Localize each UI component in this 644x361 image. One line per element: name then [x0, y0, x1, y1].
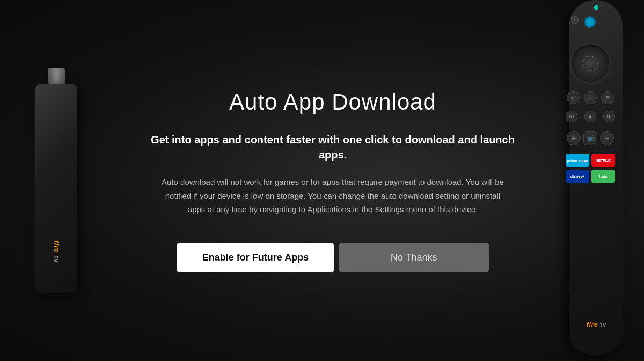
- remote-nav-row: ↩ ⌂ ☰: [567, 91, 614, 104]
- remote-home-button: ⌂: [584, 91, 597, 104]
- remote-playback-row: ⏮ ▶ ⏭: [566, 111, 615, 122]
- remote-dpad-center: [583, 56, 598, 71]
- remote-fast-forward-button: ⏭: [603, 111, 615, 122]
- remote-disney-button: disney+: [566, 170, 589, 183]
- remote-brand-label: fire tv: [587, 321, 606, 328]
- remote-back-button: ↩: [567, 91, 580, 104]
- page-subtitle: Get into apps and content faster with on…: [150, 132, 515, 162]
- no-thanks-button[interactable]: No Thanks: [339, 243, 489, 272]
- main-content: Auto App Download Get into apps and cont…: [107, 0, 558, 361]
- remote-dpad: [570, 43, 611, 84]
- stick-logo: fire tv: [53, 240, 61, 263]
- remote-streaming-row-1: prime video NETFLIX: [566, 154, 615, 167]
- stick-body: fire tv: [35, 84, 77, 293]
- remote-volume-row: + 📺 −: [567, 131, 614, 145]
- remote-mic-dot: [594, 5, 598, 10]
- remote-netflix-button: NETFLIX: [591, 154, 615, 167]
- firestick-image: fire tv: [32, 68, 80, 293]
- enable-button[interactable]: Enable for Future Apps: [177, 243, 334, 272]
- remote-volume-down-button: −: [600, 131, 614, 145]
- page-description: Auto download will not work for games or…: [161, 175, 504, 216]
- button-row: Enable for Future Apps No Thanks: [177, 243, 489, 272]
- remote-menu-button: ☰: [601, 91, 614, 104]
- remote-hulu-button: hulu: [591, 170, 615, 183]
- remote-prime-button: prime video: [566, 154, 589, 167]
- remote-play-pause-button: ▶: [584, 111, 596, 122]
- remote-body: ↩ ⌂ ☰ ⏮ ▶ ⏭ + 📺 − prime video NETFLIX di…: [569, 0, 623, 355]
- remote-alexa-button: [584, 16, 596, 28]
- remote-rewind-button: ⏮: [566, 111, 577, 122]
- remote-streaming-row-2: disney+ hulu: [566, 170, 615, 183]
- remote-image: ↩ ⌂ ☰ ⏮ ▶ ⏭ + 📺 − prime video NETFLIX di…: [564, 0, 628, 361]
- remote-tv-button: 📺: [583, 131, 597, 145]
- remote-volume-up-button: +: [567, 131, 581, 145]
- remote-power-button: [571, 16, 579, 24]
- page-title: Auto App Download: [229, 89, 436, 115]
